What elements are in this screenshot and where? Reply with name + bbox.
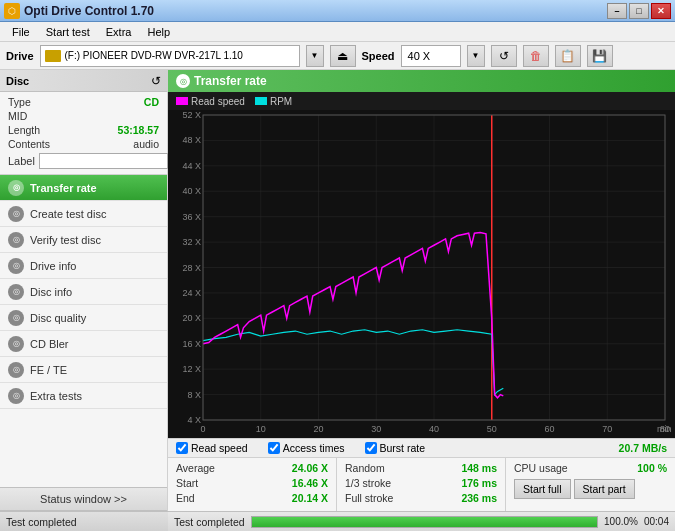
chart-canvas-container [168,110,675,438]
checkbox-access-times-input[interactable] [268,442,280,454]
legend-color-read-speed [176,97,188,105]
start-part-button[interactable]: Start part [574,479,635,499]
status-text: Test completed [6,516,77,528]
start-full-button[interactable]: Start full [514,479,571,499]
drive-selector[interactable]: (F:) PIONEER DVD-RW DVR-217L 1.10 [40,45,300,67]
nav-label-create: Create test disc [30,208,106,220]
nav-icon-drive-info: ◎ [8,258,24,274]
nav-transfer-rate[interactable]: ◎ Transfer rate [0,175,167,201]
checkbox-access-times[interactable]: Access times [268,442,345,454]
menu-start-test[interactable]: Start test [38,24,98,40]
nav-icon-transfer: ◎ [8,180,24,196]
nav-label-extra: Extra tests [30,390,82,402]
nav-create-test-disc[interactable]: ◎ Create test disc [0,201,167,227]
nav-label-disc-info: Disc info [30,286,72,298]
nav-label-verify: Verify test disc [30,234,101,246]
label-input[interactable] [39,153,168,169]
checkbox-burst-rate[interactable]: Burst rate [365,442,426,454]
stroke1-value: 176 ms [461,477,497,489]
menu-extra[interactable]: Extra [98,24,140,40]
nav-disc-quality[interactable]: ◎ Disc quality [0,305,167,331]
maximize-button[interactable]: □ [629,3,649,19]
end-label: End [176,492,195,504]
checkbox-read-speed-label: Read speed [191,442,248,454]
length-value: 53:18.57 [118,124,159,136]
status-window-label: Status window >> [40,493,127,505]
drivebar: Drive (F:) PIONEER DVD-RW DVR-217L 1.10 … [0,42,675,70]
legend-color-rpm [255,97,267,105]
speed-label: Speed [362,50,395,62]
stats-col-3: CPU usage 100 % Start full Start part [506,458,675,511]
nav-label-cd-bler: CD Bler [30,338,69,350]
speed-selector[interactable]: 40 X [401,45,461,67]
drive-icon [45,50,61,62]
random-value: 148 ms [461,462,497,474]
nav-disc-info[interactable]: ◎ Disc info [0,279,167,305]
nav-extra-tests[interactable]: ◎ Extra tests [0,383,167,409]
drive-label: Drive [6,50,34,62]
speed-dropdown-btn[interactable]: ▼ [467,45,485,67]
full-stroke-label: Full stroke [345,492,393,504]
nav-verify-test-disc[interactable]: ◎ Verify test disc [0,227,167,253]
legend-rpm: RPM [255,96,292,107]
nav-label-fe-te: FE / TE [30,364,67,376]
legend-label-read-speed: Read speed [191,96,245,107]
menu-help[interactable]: Help [139,24,178,40]
chart-header-icon: ◎ [176,74,190,88]
close-button[interactable]: ✕ [651,3,671,19]
nav-menu: ◎ Transfer rate ◎ Create test disc ◎ Ver… [0,175,167,487]
eject-btn[interactable]: ⏏ [330,45,356,67]
chart-canvas [168,110,675,438]
nav-icon-cd-bler: ◎ [8,336,24,352]
menu-file[interactable]: File [4,24,38,40]
app-title: Opti Drive Control 1.70 [24,4,154,18]
refresh-btn[interactable]: ↺ [491,45,517,67]
full-progress-bar [252,517,597,527]
stats-grid: Average 24.06 X Start 16.46 X End 20.14 … [168,458,675,511]
full-progress-container [251,516,598,528]
disc-header-label: Disc [6,75,29,87]
nav-label-drive-info: Drive info [30,260,76,272]
nav-label-transfer: Transfer rate [30,182,97,194]
titlebar: ⬡ Opti Drive Control 1.70 – □ ✕ [0,0,675,22]
status-window-button[interactable]: Status window >> [0,487,167,511]
erase-btn[interactable]: 🗑 [523,45,549,67]
checkbox-read-speed-input[interactable] [176,442,188,454]
menubar: File Start test Extra Help [0,22,675,42]
chart-header: ◎ Transfer rate [168,70,675,92]
nav-label-disc-quality: Disc quality [30,312,86,324]
disc-info-panel: Type CD MID Length 53:18.57 Contents aud… [0,92,167,175]
legend-read-speed: Read speed [176,96,245,107]
checkbox-access-times-label: Access times [283,442,345,454]
contents-label: Contents [8,138,50,150]
checkbox-read-speed[interactable]: Read speed [176,442,248,454]
cpu-label: CPU usage [514,462,568,474]
length-label: Length [8,124,40,136]
full-status-text: Test completed [174,516,245,528]
minimize-button[interactable]: – [607,3,627,19]
nav-icon-create: ◎ [8,206,24,222]
type-value: CD [144,96,159,108]
checkbox-row: Read speed Access times Burst rate 20.7 … [168,439,675,458]
nav-fe-te[interactable]: ◎ FE / TE [0,357,167,383]
nav-icon-fe-te: ◎ [8,362,24,378]
full-timer: 00:04 [644,516,669,527]
disc-refresh-icon[interactable]: ↺ [151,74,161,88]
drive-name: (F:) PIONEER DVD-RW DVR-217L 1.10 [65,50,243,61]
nav-drive-info[interactable]: ◎ Drive info [0,253,167,279]
copy-btn[interactable]: 📋 [555,45,581,67]
right-panel: ◎ Transfer rate Read speed RPM [168,70,675,511]
checkbox-burst-rate-label: Burst rate [380,442,426,454]
checkbox-burst-rate-input[interactable] [365,442,377,454]
random-label: Random [345,462,385,474]
speed-value: 40 X [408,50,431,62]
drive-dropdown-btn[interactable]: ▼ [306,45,324,67]
save-btn[interactable]: 💾 [587,45,613,67]
chart-legend: Read speed RPM [168,92,675,110]
nav-icon-disc-quality: ◎ [8,310,24,326]
average-label: Average [176,462,215,474]
stroke1-label: 1/3 stroke [345,477,391,489]
full-stroke-value: 236 ms [461,492,497,504]
start-label: Start [176,477,198,489]
nav-cd-bler[interactable]: ◎ CD Bler [0,331,167,357]
